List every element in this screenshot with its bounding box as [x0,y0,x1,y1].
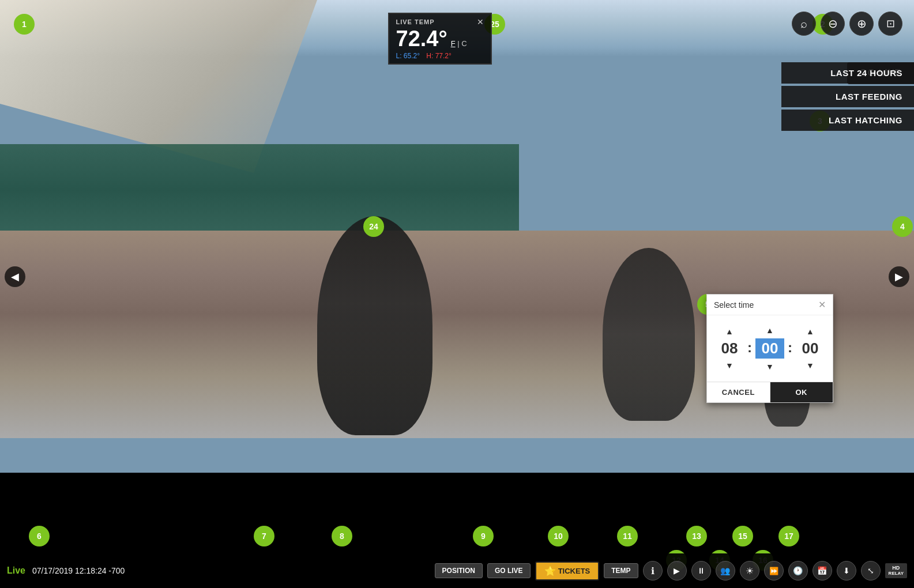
calendar-btn[interactable]: 📅 [813,561,832,581]
hours-col: ▲ 08 ▼ [715,326,744,371]
fast-forward-btn[interactable]: ⏩ [764,561,784,581]
tickets-icon: ⭐ [544,566,556,576]
badge-17: 17 [778,526,799,546]
time-dialog: Select time ✕ ▲ 08 ▼ : ▲ 00 ▼ : ▲ 00 ▼ [706,294,833,403]
badge-4: 4 [892,216,913,237]
last-24-hours-btn[interactable]: LAST 24 HOURS [781,62,914,84]
temp-value: 72.4° [396,28,447,50]
badge-13: 13 [686,526,707,546]
minutes-up-btn[interactable]: ▲ [762,325,778,336]
last-feeding-btn[interactable]: LAST FEEDING [781,86,914,107]
badge-10: 10 [548,526,569,546]
pan-btn[interactable]: ⊕ [849,12,874,36]
penguin-large [317,216,432,435]
hours-up-btn[interactable]: ▲ [721,326,738,337]
datetime-display: 07/17/2019 12:18:24 -700 [32,566,125,575]
badge-11: 11 [617,526,638,546]
download-btn[interactable]: ⬇ [837,561,856,581]
tickets-btn[interactable]: ⭐ TICKETS [535,561,600,581]
expand-btn[interactable]: ⤡ [861,561,881,581]
seconds-down-btn[interactable]: ▼ [802,360,818,371]
seconds-value[interactable]: 00 [796,340,825,357]
pause-btn[interactable]: ⏸ [691,561,711,581]
bottom-toolbar: Live 07/17/2019 12:18:24 -700 POSITION G… [0,553,914,588]
minutes-col: ▲ 00 ▼ [755,325,784,372]
play-btn[interactable]: ▶ [667,561,687,581]
colon-1: : [747,340,752,356]
minutes-value[interactable]: 00 [755,338,784,359]
time-picker: ▲ 08 ▼ : ▲ 00 ▼ : ▲ 00 ▼ [707,315,833,382]
dialog-title: Select time [714,300,754,310]
lo-hi-range: L: 65.2° H: 77.2° [396,52,484,60]
c-unit[interactable]: C [461,39,467,48]
f-unit[interactable]: F [451,39,456,48]
fullscreen-btn[interactable]: ⊡ [878,12,902,36]
main-container: 1 LIVE TEMP ✕ 72.4° F | C L: 65.2° H: 77… [0,0,914,588]
zoom-in-btn[interactable]: ⌕ [792,12,816,36]
dialog-close-btn[interactable]: ✕ [818,299,826,310]
history-btn[interactable]: 🕐 [788,561,808,581]
badge-24: 24 [363,216,384,237]
bottom-go-live-btn[interactable]: GO LIVE [487,563,531,578]
seconds-col: ▲ 00 ▼ [796,326,825,371]
temp-close-btn[interactable]: ✕ [477,17,484,27]
badge-8: 8 [332,526,352,546]
minutes-down-btn[interactable]: ▼ [762,361,778,372]
badge-9: 9 [473,526,494,546]
nav-left-btn[interactable]: ◀ [5,266,25,287]
penguin-medium [603,248,695,421]
right-menu: LAST 24 HOURS LAST FEEDING LAST HATCHING [781,62,914,131]
cancel-button[interactable]: CANCEL [707,382,770,402]
brightness-icon[interactable]: ☀ [740,561,759,581]
hours-value[interactable]: 08 [715,340,744,357]
seconds-up-btn[interactable]: ▲ [802,326,818,337]
fc-toggle[interactable]: F | C [451,39,467,48]
position-btn[interactable]: POSITION [435,563,483,578]
colon-2: : [788,340,792,356]
ok-button[interactable]: OK [770,382,833,402]
hd-relay-badge: HD RELAY [885,563,907,579]
dialog-buttons: CANCEL OK [707,382,833,402]
badge-6: 6 [29,526,50,546]
hours-down-btn[interactable]: ▼ [721,360,738,371]
top-controls: ⌕ ⊖ ⊕ ⊡ [792,12,902,36]
temp-low: L: 65.2° [396,52,420,60]
last-hatching-btn[interactable]: LAST HATCHING [781,110,914,131]
badge-7: 7 [254,526,274,546]
people-icon[interactable]: 👥 [716,561,735,581]
status-live: Live [7,566,25,576]
live-temp-label: LIVE TEMP [396,18,435,25]
badge-1: 1 [14,14,35,35]
temp-btn[interactable]: TEMP [604,563,638,578]
info-btn[interactable]: ℹ [643,561,663,581]
zoom-out-btn[interactable]: ⊖ [821,12,845,36]
dialog-header: Select time ✕ [707,295,833,315]
nav-right-btn[interactable]: ▶ [889,266,909,287]
temp-high: H: 77.2° [426,52,452,60]
live-temp-widget: LIVE TEMP ✕ 72.4° F | C L: 65.2° H: 77.2… [388,13,492,65]
badge-15: 15 [732,526,753,546]
